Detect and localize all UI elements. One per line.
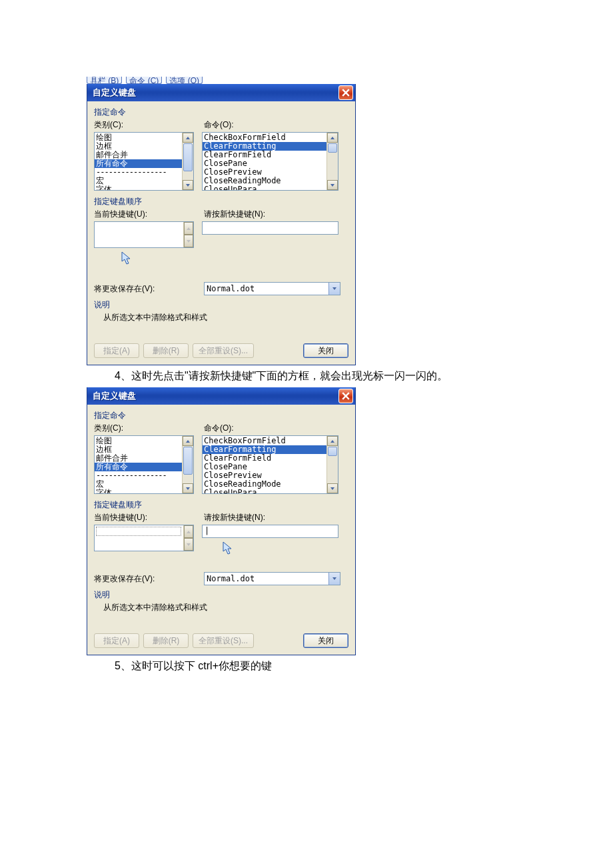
list-item[interactable]: CloseUpPara — [203, 185, 338, 191]
scroll-down-icon[interactable] — [327, 180, 338, 190]
label-new-key: 请按新快捷键(N): — [204, 512, 348, 523]
close-icon[interactable] — [338, 389, 353, 403]
step-5-caption: 5、这时可以按下 ctrl+你想要的键 — [115, 659, 613, 673]
scroll-up-icon[interactable] — [327, 133, 338, 143]
tab-tools: 具栏 (B) — [87, 77, 122, 84]
customize-keyboard-dialog-1: 自定义键盘 指定命令 类别(C): 命令(O): 绘图 边框 邮件合并 所有命令… — [87, 84, 356, 365]
new-shortcut-input[interactable] — [202, 221, 338, 235]
scroll-up-icon[interactable] — [183, 436, 193, 446]
cursor-pointer-icon — [222, 541, 234, 557]
scrollbar[interactable] — [182, 436, 193, 493]
close-button[interactable]: 关闭 — [303, 343, 348, 358]
list-item[interactable]: CloseUpPara — [203, 489, 338, 494]
current-keys-listbox[interactable] — [94, 221, 194, 248]
scroll-thumb[interactable] — [328, 447, 337, 456]
scroll-down-icon[interactable] — [184, 538, 193, 551]
list-item[interactable]: 字体 — [95, 489, 193, 494]
titlebar[interactable]: 自定义键盘 — [87, 387, 355, 405]
combo-value: Normal.dot — [207, 284, 255, 293]
command-listbox[interactable]: CheckBoxFormField ClearFormatting ClearF… — [202, 132, 338, 191]
scroll-down-icon[interactable] — [327, 483, 338, 493]
scroll-thumb[interactable] — [183, 143, 193, 171]
category-listbox[interactable]: 绘图 边框 邮件合并 所有命令 ----------------- 宏 字体 — [94, 132, 194, 191]
scroll-down-icon[interactable] — [183, 180, 193, 190]
scroll-up-icon[interactable] — [183, 133, 193, 143]
remove-button: 删除(R) — [143, 633, 189, 648]
scrollbar[interactable] — [183, 222, 193, 247]
reset-all-button: 全部重设(S)... — [193, 343, 254, 358]
assign-button: 指定(A) — [94, 633, 139, 648]
customize-keyboard-dialog-2: 自定义键盘 指定命令 类别(C): 命令(O): 绘图 边框 邮件合并 所有命令… — [87, 387, 356, 655]
group-description: 说明 — [94, 589, 348, 601]
scroll-up-icon[interactable] — [184, 525, 193, 538]
chevron-down-icon[interactable] — [328, 573, 340, 585]
assign-button: 指定(A) — [94, 343, 139, 358]
save-in-combo[interactable]: Normal.dot — [204, 572, 340, 585]
group-specify-command: 指定命令 — [94, 410, 348, 421]
scroll-down-icon[interactable] — [184, 235, 193, 247]
dialog-title: 自定义键盘 — [93, 87, 136, 99]
group-key-sequence: 指定键盘顺序 — [94, 196, 348, 207]
label-current-keys: 当前快捷键(U): — [94, 209, 204, 220]
list-separator: ----------------- — [95, 471, 193, 480]
scrollbar[interactable] — [326, 133, 338, 190]
reset-all-button: 全部重设(S)... — [193, 633, 254, 648]
list-item[interactable]: 字体 — [95, 185, 193, 191]
label-save-in: 将更改保存在(V): — [94, 283, 204, 295]
label-category: 类别(C): — [94, 119, 204, 131]
group-key-sequence: 指定键盘顺序 — [94, 499, 348, 511]
cursor-pointer-icon — [121, 251, 133, 267]
close-button[interactable]: 关闭 — [303, 633, 348, 648]
label-command: 命令(O): — [204, 423, 348, 434]
label-new-key: 请按新快捷键(N): — [204, 209, 348, 220]
scroll-down-icon[interactable] — [183, 483, 193, 493]
tab-commands: 命令 (C) — [126, 77, 162, 84]
label-category: 类别(C): — [94, 423, 204, 434]
group-specify-command: 指定命令 — [94, 107, 348, 118]
scrollbar[interactable] — [183, 525, 193, 551]
scroll-thumb[interactable] — [183, 447, 193, 475]
label-command: 命令(O): — [204, 119, 348, 131]
dialog-title: 自定义键盘 — [93, 390, 136, 402]
description-text: 从所选文本中清除格式和样式 — [103, 602, 348, 613]
scrollbar[interactable] — [182, 133, 193, 190]
scroll-thumb[interactable] — [328, 143, 337, 153]
scrollbar[interactable] — [326, 436, 338, 493]
combo-value: Normal.dot — [207, 574, 255, 583]
new-shortcut-input[interactable]: | — [202, 525, 338, 538]
description-text: 从所选文本中清除格式和样式 — [103, 312, 348, 323]
remove-button: 删除(R) — [143, 343, 189, 358]
group-description: 说明 — [94, 299, 348, 311]
command-listbox[interactable]: CheckBoxFormField ClearFormatting ClearF… — [202, 435, 338, 494]
close-icon[interactable] — [338, 85, 353, 100]
save-in-combo[interactable]: Normal.dot — [204, 282, 340, 295]
chevron-down-icon[interactable] — [328, 283, 340, 295]
scroll-up-icon[interactable] — [184, 222, 193, 235]
label-current-keys: 当前快捷键(U): — [94, 512, 204, 523]
step-4-caption: 4、这时先点击"请按新快捷键"下面的方框，就会出现光标一闪一闪的。 — [115, 369, 613, 383]
category-listbox[interactable]: 绘图 边框 邮件合并 所有命令 ----------------- 宏 字体 — [94, 435, 194, 494]
background-tabs: 具栏 (B) 命令 (C) 选项 (O) — [87, 77, 613, 84]
list-separator: ----------------- — [95, 168, 193, 177]
titlebar[interactable]: 自定义键盘 — [87, 84, 355, 101]
tab-options: 选项 (O) — [166, 77, 203, 84]
label-save-in: 将更改保存在(V): — [94, 573, 204, 585]
current-keys-listbox[interactable] — [94, 525, 194, 551]
scroll-up-icon[interactable] — [327, 436, 338, 446]
